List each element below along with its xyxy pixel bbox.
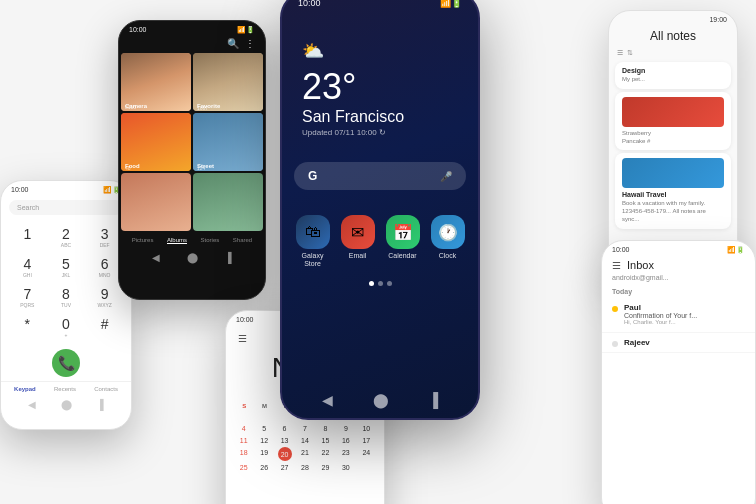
key-star[interactable]: * (9, 313, 46, 341)
key-8-letters: TUV (61, 302, 71, 308)
back-icon[interactable]: ◀ (152, 252, 160, 263)
cal-10[interactable]: 10 (357, 423, 376, 434)
key-5[interactable]: 5JKL (48, 253, 85, 281)
email-phone: 10:00 📶🔋 ☰ Inbox androidx@gmail... Today… (601, 240, 756, 504)
home-icon[interactable]: ⬤ (61, 399, 72, 410)
cal-14[interactable]: 14 (295, 435, 314, 446)
temperature: 23° (302, 66, 458, 108)
email-inbox-title: Inbox (627, 259, 654, 271)
cal-13[interactable]: 13 (275, 435, 294, 446)
cal-24[interactable]: 24 (357, 447, 376, 461)
gallery-status-bar: 10:00 📶🔋 (119, 21, 265, 36)
note-strawberry[interactable]: StrawberryPancake # (615, 92, 731, 151)
filter-icon[interactable]: ☰ (617, 49, 623, 57)
cal-7[interactable]: 7 (295, 423, 314, 434)
note-hawaii[interactable]: Hawaii Travel Book a vacation with my fa… (615, 153, 731, 228)
cal-18[interactable]: 18 (234, 447, 253, 461)
cal-9[interactable]: 9 (336, 423, 355, 434)
email-header: ☰ Inbox (602, 256, 755, 274)
key-0[interactable]: 0+ (48, 313, 85, 341)
day-s1: S (234, 403, 254, 409)
cal-empty-2 (254, 411, 273, 422)
cal-17[interactable]: 17 (357, 435, 376, 446)
recent-icon[interactable]: ▐ (97, 399, 104, 410)
tab-pictures[interactable]: Pictures (132, 237, 154, 244)
back-icon[interactable]: ◀ (28, 399, 36, 410)
email-account: androidx@gmail... (602, 274, 755, 285)
home-icon[interactable]: ⬤ (373, 392, 389, 408)
cal-4[interactable]: 4 (234, 423, 253, 434)
recent-icon[interactable]: ▐ (225, 252, 232, 263)
tab-shared[interactable]: Shared (233, 237, 252, 244)
tab-keypad[interactable]: Keypad (14, 386, 36, 392)
gallery-cell-6[interactable] (193, 173, 263, 231)
dialer-search[interactable]: Search (9, 200, 123, 215)
gallery-cell-food[interactable]: Food 48 (121, 113, 191, 171)
key-0-num: 0 (62, 316, 70, 332)
cal-5[interactable]: 5 (254, 423, 273, 434)
key-2-num: 2 (62, 226, 70, 242)
email-paul-sender: Paul (624, 303, 697, 312)
home-icon[interactable]: ⬤ (187, 252, 198, 263)
key-3-letters: DEF (100, 242, 110, 248)
gallery-cell-5[interactable] (121, 173, 191, 231)
cal-28[interactable]: 28 (295, 462, 314, 473)
dialer-bottom-nav: ◀ ⬤ ▐ (1, 396, 131, 413)
key-1[interactable]: 1 (9, 223, 46, 251)
key-5-letters: JKL (62, 272, 71, 278)
cal-27[interactable]: 27 (275, 462, 294, 473)
key-7[interactable]: 7PQRS (9, 283, 46, 311)
cal-11[interactable]: 11 (234, 435, 253, 446)
email-menu-icon[interactable]: ☰ (612, 260, 621, 271)
key-8[interactable]: 8TUV (48, 283, 85, 311)
note-design[interactable]: Design My pet... (615, 62, 731, 89)
more-icon[interactable]: ⋮ (245, 38, 255, 49)
key-2[interactable]: 2ABC (48, 223, 85, 251)
cal-25[interactable]: 25 (234, 462, 253, 473)
recent-icon[interactable]: ▐ (428, 392, 438, 408)
key-1-num: 1 (23, 226, 31, 242)
dot-3 (387, 281, 392, 286)
gallery-cell-camera[interactable]: Camera 8116 (121, 53, 191, 111)
cal-20-today[interactable]: 20 (278, 447, 292, 461)
gallery-cell-favorite[interactable]: Favorite 1667 (193, 53, 263, 111)
tab-stories[interactable]: Stories (201, 237, 220, 244)
cal-19[interactable]: 19 (254, 447, 273, 461)
notes-status-bar: 19:00 (609, 11, 737, 25)
sort-icon[interactable]: ⇅ (627, 49, 633, 57)
call-button[interactable]: 📞 (52, 349, 80, 377)
cal-22[interactable]: 22 (316, 447, 335, 461)
email-item-paul[interactable]: Paul Confirmation of Your f... Hi, Charl… (602, 298, 755, 333)
back-icon[interactable]: ◀ (322, 392, 333, 408)
gallery-header: 🔍 ⋮ (119, 36, 265, 51)
menu-icon[interactable]: ☰ (238, 333, 247, 344)
key-4[interactable]: 4GHI (9, 253, 46, 281)
cal-6[interactable]: 6 (275, 423, 294, 434)
app-email[interactable]: ✉ Email (341, 215, 375, 269)
tab-contacts[interactable]: Contacts (94, 386, 118, 392)
tab-recents[interactable]: Recents (54, 386, 76, 392)
cal-8[interactable]: 8 (316, 423, 335, 434)
calendar-label: Calendar (388, 252, 416, 260)
cal-15[interactable]: 15 (316, 435, 335, 446)
cal-21[interactable]: 21 (295, 447, 314, 461)
search-bar[interactable]: G 🎤 (294, 162, 466, 190)
app-calendar[interactable]: 📅 Calendar (386, 215, 420, 269)
tab-albums[interactable]: Albums (167, 237, 187, 244)
cal-23[interactable]: 23 (336, 447, 355, 461)
calendar-icon: 📅 (386, 215, 420, 249)
cal-26[interactable]: 26 (254, 462, 273, 473)
cal-16[interactable]: 16 (336, 435, 355, 446)
cal-12[interactable]: 12 (254, 435, 273, 446)
search-icon[interactable]: 🔍 (227, 38, 239, 49)
cal-30[interactable]: 30 (336, 462, 355, 473)
email-item-rajeev[interactable]: Rajeev (602, 333, 755, 353)
app-clock[interactable]: 🕐 Clock (431, 215, 465, 269)
key-hash[interactable]: # (86, 313, 123, 341)
app-galaxy-store[interactable]: 🛍 GalaxyStore (296, 215, 330, 269)
dialer-status-bar: 10:00 📶🔋 (1, 181, 131, 196)
gallery-cell-street[interactable]: Street 124 (193, 113, 263, 171)
key-9[interactable]: 9WXYZ (86, 283, 123, 311)
cal-29[interactable]: 29 (316, 462, 335, 473)
weather-section: ⛅ 23° San Francisco Updated 07/11 10:00 … (282, 10, 478, 147)
